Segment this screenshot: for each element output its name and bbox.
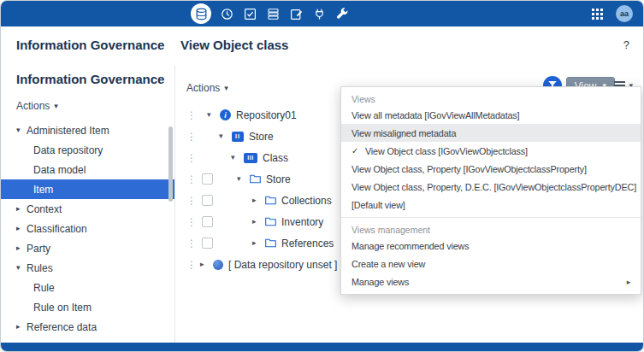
sidebar-nav: Administered Item Data repository Data m… (1, 120, 174, 337)
sidebar-item-administered-item[interactable]: Administered Item (1, 120, 174, 140)
menu-item-manage-recommended-views[interactable]: Manage recommended views (341, 237, 641, 255)
row-checkbox[interactable] (202, 216, 213, 227)
check-square-icon[interactable] (242, 6, 257, 21)
avatar[interactable]: aa (616, 5, 633, 22)
tree-node-label: Store (249, 131, 274, 143)
sidebar-item-rule[interactable]: Rule (1, 278, 174, 297)
edit-square-icon[interactable] (288, 6, 304, 21)
row-checkbox[interactable] (202, 195, 213, 206)
chevron-down-icon[interactable] (207, 111, 216, 119)
menu-item-create-a-new-view[interactable]: Create a new view (341, 255, 641, 273)
chevron-right-icon[interactable] (200, 261, 210, 268)
sidebar-item-label: Classification (27, 223, 87, 235)
sidebar-item-reference-data[interactable]: Reference data (1, 317, 174, 337)
sidebar-item-item[interactable]: Item (1, 179, 174, 199)
stack-icon[interactable] (265, 6, 281, 21)
database-catalog-icon[interactable] (191, 3, 211, 24)
chevron-right-icon[interactable] (16, 205, 27, 213)
sidebar: Information Governance Actions Administe… (1, 65, 175, 343)
tree-node-label: Store (266, 173, 291, 185)
clock-icon[interactable] (219, 6, 234, 21)
sidebar-item-party[interactable]: Party (1, 238, 174, 258)
chevron-down-icon[interactable] (237, 175, 246, 183)
chevron-down-icon[interactable] (16, 126, 27, 134)
tree-node-label: Class (263, 152, 288, 164)
sidebar-item-label: Rule on Item (33, 302, 92, 314)
chevron-right-icon[interactable] (16, 244, 27, 252)
folder-icon (250, 174, 261, 184)
app-title: Information Governance (16, 38, 164, 52)
sidebar-actions-label: Actions (16, 100, 50, 112)
menu-section-header-views-management: Views management (341, 221, 641, 237)
menu-item-label: View Object class, Property [IGovViewObj… (352, 164, 587, 174)
menu-item-view-misaligned-metadata[interactable]: View misaligned metadata (341, 124, 641, 142)
chevron-down-icon[interactable] (219, 132, 228, 140)
sidebar-item-classification[interactable]: Classification (1, 219, 174, 238)
drag-handle-icon[interactable] (186, 196, 198, 206)
chevron-down-icon[interactable] (231, 154, 240, 161)
chevron-down-icon (54, 103, 64, 110)
menu-divider (341, 217, 641, 218)
tree-node-label: [ Data repository unset ] (228, 259, 337, 271)
sidebar-item-label: Item (33, 184, 53, 196)
menu-item-default-view[interactable]: [Default view] (341, 196, 641, 214)
top-nav-right: aa (589, 1, 633, 26)
drag-handle-icon[interactable] (186, 217, 198, 227)
menu-item-label: View Object class [IGovViewObjectclass] (365, 146, 528, 156)
main-actions-button[interactable]: Actions (186, 82, 234, 94)
top-navigation-bar: aa (1, 1, 643, 26)
menu-item-view-object-class-property[interactable]: View Object class, Property [IGovViewObj… (341, 160, 641, 178)
sidebar-item-rule-on-item[interactable]: Rule on Item (1, 297, 174, 317)
menu-item-label: Manage views (352, 277, 409, 287)
menu-item-manage-views[interactable]: Manage views (341, 273, 641, 290)
wrench-icon[interactable] (334, 6, 350, 21)
main-actions-label: Actions (186, 82, 220, 94)
plug-icon[interactable] (311, 6, 327, 21)
sidebar-item-label: Rule (33, 282, 55, 294)
sidebar-scrollbar[interactable] (168, 126, 173, 202)
chevron-right-icon[interactable] (252, 218, 262, 226)
folder-icon (265, 238, 276, 248)
sidebar-item-label: Data model (33, 164, 86, 176)
chevron-right-icon[interactable] (16, 225, 27, 232)
menu-item-label: Create a new view (352, 259, 425, 269)
drag-handle-icon[interactable] (186, 110, 198, 120)
sidebar-item-data-model[interactable]: Data model (1, 160, 174, 179)
menu-item-view-object-class[interactable]: View Object class [IGovViewObjectclass] (341, 142, 641, 160)
chevron-down-icon[interactable] (16, 264, 27, 272)
info-repository-icon (220, 109, 231, 120)
sidebar-item-data-repository[interactable]: Data repository (1, 140, 174, 160)
top-nav-icons (191, 1, 350, 26)
app-window: aa Information Governance View Object cl… (0, 0, 644, 352)
help-button[interactable]: ? (623, 38, 629, 51)
menu-item-view-object-class-property-dec[interactable]: View Object class, Property, D.E.C. [IGo… (341, 178, 641, 196)
row-checkbox[interactable] (202, 173, 213, 185)
sidebar-item-label: Data repository (33, 144, 103, 156)
chevron-right-icon[interactable] (252, 197, 262, 204)
app-grid-icon[interactable] (589, 6, 605, 21)
drag-handle-icon[interactable] (186, 132, 198, 142)
tree-node-label: Repository01 (236, 109, 297, 121)
sidebar-item-label: Party (27, 243, 50, 255)
chevron-right-icon[interactable] (252, 239, 262, 247)
row-checkbox[interactable] (202, 238, 213, 249)
sidebar-item-rules[interactable]: Rules (1, 258, 174, 278)
drag-handle-icon[interactable] (186, 153, 198, 163)
sidebar-item-context[interactable]: Context (1, 199, 174, 219)
folder-icon (265, 217, 276, 226)
drag-handle-icon[interactable] (186, 174, 198, 185)
drag-handle-icon[interactable] (186, 238, 198, 249)
tree-node-label: References (281, 238, 334, 249)
sidebar-item-label: Context (27, 203, 62, 215)
chevron-down-icon (224, 85, 234, 92)
bottom-bar (1, 343, 643, 351)
sidebar-actions-button[interactable]: Actions (16, 100, 64, 112)
store-type-icon (232, 132, 244, 142)
drag-handle-icon[interactable] (186, 260, 198, 270)
tree-node-label: Inventory (281, 216, 323, 228)
sidebar-title: Information Governance (16, 72, 174, 86)
chevron-right-icon[interactable] (16, 323, 27, 331)
menu-item-view-all-metadata[interactable]: View all metadata [IGovViewAllMetadatas] (341, 106, 641, 124)
menu-item-label: Manage recommended views (352, 241, 469, 251)
sidebar-item-label: Rules (27, 262, 53, 274)
